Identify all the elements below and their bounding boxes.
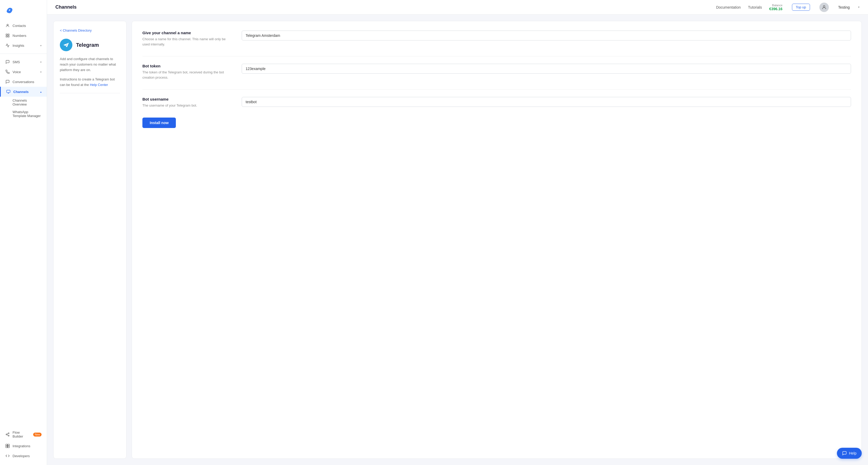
help-center-link[interactable]: Help Center bbox=[90, 83, 108, 87]
svg-line-9 bbox=[7, 435, 8, 435]
help-button[interactable]: Help bbox=[837, 448, 862, 459]
sidebar-item-developers[interactable]: Developers bbox=[0, 451, 47, 461]
bot-token-section: Bot token The token of the Telegram bot,… bbox=[143, 64, 851, 80]
channel-name-label-block: Give your channel a name Choose a name f… bbox=[143, 31, 231, 47]
bot-token-label-block: Bot token The token of the Telegram bot,… bbox=[143, 64, 231, 80]
chat-bubble-icon bbox=[842, 451, 847, 456]
bot-token-input[interactable] bbox=[242, 64, 851, 74]
workspace-arrow-icon[interactable]: ▾ bbox=[858, 5, 860, 9]
channels-submenu: Channels Overview WhatsApp Template Mana… bbox=[0, 97, 47, 120]
sidebar-item-numbers[interactable]: Numbers bbox=[0, 31, 47, 40]
bot-token-label: Bot token bbox=[143, 64, 231, 68]
bot-username-label: Bot username bbox=[143, 97, 231, 101]
bot-username-section: Bot username The username of your Telegr… bbox=[143, 97, 851, 108]
main-area: Channels Documentation Tutorials Balance… bbox=[47, 0, 868, 465]
content-area: < Channels Directory Telegram Add and co… bbox=[47, 14, 868, 465]
channel-description: Add and configure chat channels to reach… bbox=[60, 56, 120, 73]
sidebar-item-insights[interactable]: Insights ▾ bbox=[0, 40, 47, 51]
channel-header: Telegram bbox=[60, 39, 120, 51]
sms-icon bbox=[5, 60, 10, 64]
telegram-icon bbox=[60, 39, 72, 51]
sidebar-item-sms[interactable]: SMS ▾ bbox=[0, 57, 47, 67]
sidebar-item-integrations[interactable]: Integrations bbox=[0, 441, 47, 451]
svg-point-6 bbox=[8, 433, 9, 434]
header-nav: Documentation Tutorials Balance €396.16 … bbox=[716, 3, 860, 12]
chevron-down-icon: ▾ bbox=[40, 44, 41, 47]
install-now-button[interactable]: Install now bbox=[143, 118, 176, 128]
integrations-icon bbox=[5, 443, 10, 448]
channel-info-panel: < Channels Directory Telegram Add and co… bbox=[53, 21, 126, 459]
channel-form-panel: Give your channel a name Choose a name f… bbox=[132, 21, 862, 459]
phone-icon bbox=[5, 69, 10, 74]
balance-amount: €396.16 bbox=[769, 7, 782, 11]
svg-rect-12 bbox=[8, 444, 9, 446]
balance-label: Balance bbox=[772, 4, 782, 7]
svg-rect-5 bbox=[6, 90, 10, 92]
channel-name: Telegram bbox=[76, 42, 99, 48]
sidebar: Contacts Numbers Insights ▾ SMS ▾ Voice … bbox=[0, 0, 47, 465]
back-to-directory-link[interactable]: < Channels Directory bbox=[60, 29, 120, 32]
bot-username-label-block: Bot username The username of your Telegr… bbox=[143, 97, 231, 108]
svg-rect-14 bbox=[8, 446, 9, 448]
channel-name-section: Give your channel a name Choose a name f… bbox=[143, 31, 851, 47]
sidebar-item-voice[interactable]: Voice ▾ bbox=[0, 67, 47, 77]
panel-divider bbox=[60, 93, 120, 93]
avatar bbox=[819, 3, 829, 12]
channels-icon bbox=[6, 89, 11, 94]
sidebar-item-contacts[interactable]: Contacts bbox=[0, 21, 47, 31]
bot-token-input-block bbox=[242, 64, 851, 74]
topup-button[interactable]: Top up bbox=[792, 4, 810, 11]
code-icon bbox=[5, 454, 10, 458]
svg-rect-13 bbox=[6, 446, 7, 448]
channel-name-input-block bbox=[242, 31, 851, 40]
workspace-name: Testing bbox=[838, 5, 850, 9]
svg-rect-3 bbox=[6, 36, 7, 37]
svg-point-8 bbox=[8, 435, 9, 436]
page-title: Channels bbox=[55, 4, 716, 10]
sidebar-item-flow-builder[interactable]: Flow Builder New bbox=[0, 428, 47, 441]
bot-username-input-block bbox=[242, 97, 851, 107]
bot-username-input[interactable] bbox=[242, 97, 851, 107]
svg-rect-4 bbox=[8, 36, 9, 37]
sidebar-item-channels[interactable]: Channels ▴ bbox=[0, 87, 47, 97]
channel-name-label: Give your channel a name bbox=[143, 31, 231, 35]
new-badge: New bbox=[33, 433, 41, 436]
person-icon bbox=[5, 23, 10, 28]
tutorials-link[interactable]: Tutorials bbox=[748, 5, 762, 9]
documentation-link[interactable]: Documentation bbox=[716, 5, 741, 9]
chevron-down-icon: ▾ bbox=[40, 61, 41, 63]
svg-rect-1 bbox=[6, 34, 7, 35]
sidebar-item-conversations[interactable]: Conversations bbox=[0, 77, 47, 87]
flow-icon bbox=[5, 432, 10, 437]
form-divider-2 bbox=[143, 89, 851, 90]
channel-name-sublabel: Choose a name for this channel. This nam… bbox=[143, 37, 231, 47]
svg-point-7 bbox=[6, 434, 7, 435]
chevron-up-icon: ▴ bbox=[40, 90, 41, 93]
bot-username-sublabel: The username of your Telegram bot. bbox=[143, 103, 231, 108]
chevron-down-icon: ▾ bbox=[40, 70, 41, 73]
bot-token-sublabel: The token of the Telegram bot, received … bbox=[143, 70, 231, 80]
sidebar-item-channels-overview[interactable]: Channels Overview bbox=[12, 97, 47, 108]
header: Channels Documentation Tutorials Balance… bbox=[47, 0, 868, 14]
svg-rect-2 bbox=[8, 34, 9, 35]
chart-icon bbox=[5, 43, 10, 48]
channel-name-input[interactable] bbox=[242, 31, 851, 40]
svg-rect-11 bbox=[6, 444, 7, 446]
sidebar-item-whatsapp-template-manager[interactable]: WhatsApp Template Manager bbox=[12, 108, 47, 120]
svg-point-0 bbox=[7, 24, 8, 26]
channel-instruction: Instructions to create a Telegram bot ca… bbox=[60, 77, 120, 88]
svg-line-10 bbox=[7, 433, 8, 434]
app-logo bbox=[0, 4, 47, 21]
conversations-icon bbox=[5, 80, 10, 84]
grid-icon bbox=[5, 33, 10, 38]
balance-block: Balance €396.16 bbox=[769, 4, 782, 11]
svg-point-15 bbox=[823, 5, 825, 7]
